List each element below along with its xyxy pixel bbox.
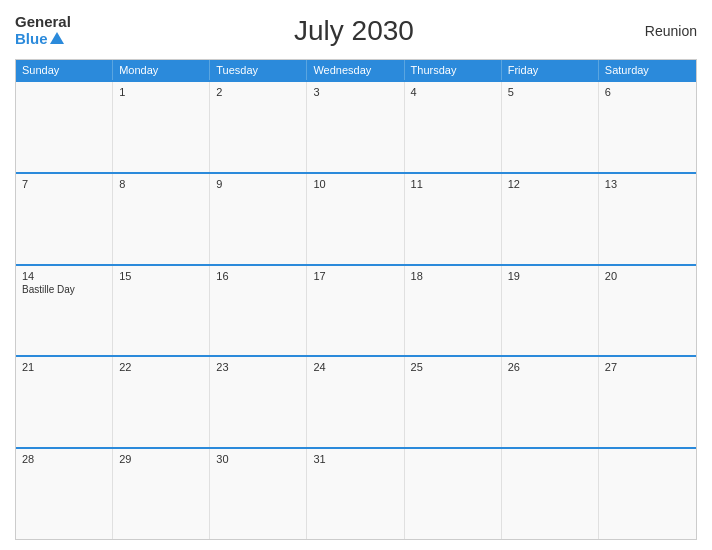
- header: General Blue July 2030 Reunion: [15, 10, 697, 51]
- day-header-thursday: Thursday: [405, 60, 502, 80]
- day-cell: [405, 449, 502, 539]
- day-number: 22: [119, 361, 203, 373]
- day-number: 23: [216, 361, 300, 373]
- logo-triangle-icon: [50, 32, 64, 44]
- day-cell: 4: [405, 82, 502, 172]
- day-number: 9: [216, 178, 300, 190]
- day-cell: 14Bastille Day: [16, 266, 113, 356]
- logo: General Blue: [15, 14, 71, 47]
- day-cell: 25: [405, 357, 502, 447]
- day-cell: 26: [502, 357, 599, 447]
- day-number: 10: [313, 178, 397, 190]
- logo-blue-text: Blue: [15, 31, 64, 48]
- day-number: 16: [216, 270, 300, 282]
- day-number: 20: [605, 270, 690, 282]
- calendar-title: July 2030: [71, 15, 637, 47]
- week-row-4: 28293031: [16, 447, 696, 539]
- week-row-0: 123456: [16, 80, 696, 172]
- day-number: 17: [313, 270, 397, 282]
- day-number: 28: [22, 453, 106, 465]
- logo-general-text: General: [15, 14, 71, 31]
- day-cell: 30: [210, 449, 307, 539]
- day-number: 4: [411, 86, 495, 98]
- day-cell: 27: [599, 357, 696, 447]
- day-cell: 8: [113, 174, 210, 264]
- day-header-tuesday: Tuesday: [210, 60, 307, 80]
- day-cell: 21: [16, 357, 113, 447]
- day-number: 6: [605, 86, 690, 98]
- day-number: 5: [508, 86, 592, 98]
- day-number: 7: [22, 178, 106, 190]
- day-number: 3: [313, 86, 397, 98]
- day-cell: 31: [307, 449, 404, 539]
- day-cell: 19: [502, 266, 599, 356]
- day-number: 2: [216, 86, 300, 98]
- day-cell: 29: [113, 449, 210, 539]
- day-headers-row: SundayMondayTuesdayWednesdayThursdayFrid…: [16, 60, 696, 80]
- day-cell: 2: [210, 82, 307, 172]
- day-cell: 17: [307, 266, 404, 356]
- day-number: 15: [119, 270, 203, 282]
- day-cell: [16, 82, 113, 172]
- day-cell: [502, 449, 599, 539]
- day-number: 24: [313, 361, 397, 373]
- day-cell: 5: [502, 82, 599, 172]
- day-cell: 7: [16, 174, 113, 264]
- day-cell: 10: [307, 174, 404, 264]
- day-cell: 20: [599, 266, 696, 356]
- calendar-page: General Blue July 2030 Reunion SundayMon…: [0, 0, 712, 550]
- day-header-wednesday: Wednesday: [307, 60, 404, 80]
- day-cell: 16: [210, 266, 307, 356]
- day-number: 30: [216, 453, 300, 465]
- day-header-monday: Monday: [113, 60, 210, 80]
- day-header-friday: Friday: [502, 60, 599, 80]
- day-number: 12: [508, 178, 592, 190]
- day-header-saturday: Saturday: [599, 60, 696, 80]
- day-cell: 15: [113, 266, 210, 356]
- day-cell: 24: [307, 357, 404, 447]
- day-cell: 3: [307, 82, 404, 172]
- day-number: 11: [411, 178, 495, 190]
- calendar-grid: SundayMondayTuesdayWednesdayThursdayFrid…: [15, 59, 697, 540]
- calendar-body: 1234567891011121314Bastille Day151617181…: [16, 80, 696, 539]
- day-number: 14: [22, 270, 106, 282]
- day-cell: 1: [113, 82, 210, 172]
- day-cell: 13: [599, 174, 696, 264]
- day-cell: 9: [210, 174, 307, 264]
- day-cell: 12: [502, 174, 599, 264]
- day-cell: 11: [405, 174, 502, 264]
- day-number: 25: [411, 361, 495, 373]
- day-cell: [599, 449, 696, 539]
- day-cell: 6: [599, 82, 696, 172]
- day-number: 19: [508, 270, 592, 282]
- day-number: 26: [508, 361, 592, 373]
- day-cell: 18: [405, 266, 502, 356]
- week-row-1: 78910111213: [16, 172, 696, 264]
- region-label: Reunion: [637, 23, 697, 39]
- day-number: 18: [411, 270, 495, 282]
- day-header-sunday: Sunday: [16, 60, 113, 80]
- day-number: 1: [119, 86, 203, 98]
- day-number: 13: [605, 178, 690, 190]
- day-cell: 22: [113, 357, 210, 447]
- day-cell: 23: [210, 357, 307, 447]
- week-row-3: 21222324252627: [16, 355, 696, 447]
- day-number: 21: [22, 361, 106, 373]
- day-number: 27: [605, 361, 690, 373]
- day-cell: 28: [16, 449, 113, 539]
- day-number: 8: [119, 178, 203, 190]
- day-number: 29: [119, 453, 203, 465]
- week-row-2: 14Bastille Day151617181920: [16, 264, 696, 356]
- day-event: Bastille Day: [22, 284, 106, 295]
- day-number: 31: [313, 453, 397, 465]
